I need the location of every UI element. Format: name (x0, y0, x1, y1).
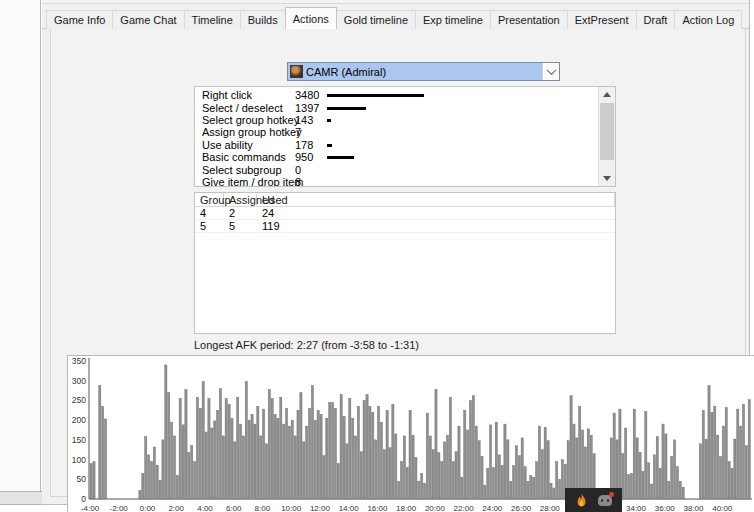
tab-action-log[interactable]: Action Log (674, 10, 742, 29)
apm-bar (104, 419, 106, 499)
apm-bar (288, 426, 290, 499)
action-row[interactable]: Assign group hotkey7 (195, 126, 598, 138)
apm-bar (294, 436, 296, 499)
action-row[interactable]: Select / deselect1397 (195, 101, 598, 113)
action-row[interactable]: Select subgroup0 (195, 163, 598, 175)
apm-bar (274, 414, 276, 499)
action-row[interactable]: Select group hotkey143 (195, 114, 598, 126)
apm-bar (570, 396, 572, 499)
action-row[interactable]: Right click3480 (195, 89, 598, 101)
column-header-used[interactable]: Used (257, 193, 615, 206)
discord-icon[interactable] (598, 495, 612, 506)
apm-bar (481, 456, 483, 499)
tab-builds[interactable]: Builds (240, 10, 286, 29)
apm-bar (682, 487, 684, 499)
apm-bar (438, 452, 440, 499)
action-row[interactable]: Give item / drop item8 (195, 176, 598, 186)
x-tick-label: 10:00 (281, 504, 302, 512)
player-select-value[interactable]: CAMR (Admiral) (288, 63, 542, 80)
apm-bar (558, 479, 560, 499)
scroll-down-button[interactable] (599, 171, 615, 186)
apm-bar (579, 406, 581, 499)
apm-bar (742, 404, 744, 499)
replay-analyzer-window: Game InfoGame ChatTimelineBuildsActionsG… (42, 0, 750, 505)
apm-bar (665, 434, 667, 499)
apm-bar (630, 473, 632, 499)
tab-extpresent[interactable]: ExtPresent (567, 10, 637, 29)
apm-bar (386, 410, 388, 499)
apm-bar (412, 435, 414, 499)
apm-bar (139, 490, 141, 499)
apm-bar (673, 440, 675, 499)
apm-bar (340, 395, 342, 499)
x-tick-label: 6:00 (226, 504, 242, 512)
action-list-scrollbar[interactable] (598, 87, 615, 186)
apm-bar (561, 460, 563, 499)
table-cell: 24 (257, 207, 615, 219)
apm-bar (280, 397, 282, 499)
tab-game-chat[interactable]: Game Chat (112, 10, 184, 29)
apm-bar (639, 452, 641, 499)
player-select[interactable]: CAMR (Admiral) (287, 62, 560, 81)
table-row[interactable]: 4224 (195, 207, 615, 220)
x-tick-label: 8:00 (255, 504, 271, 512)
apm-bar (745, 446, 747, 499)
action-row[interactable]: Basic commands950 (195, 151, 598, 163)
scrollbar-thumb[interactable] (600, 103, 614, 160)
y-tick-label: 300 (72, 376, 86, 386)
apm-bar (366, 395, 368, 499)
tab-actions[interactable]: Actions (285, 7, 337, 29)
apm-bar (354, 436, 356, 499)
apm-bar (550, 483, 552, 499)
apm-bar (326, 418, 328, 499)
action-label: Select subgroup (195, 164, 295, 176)
tab-presentation[interactable]: Presentation (490, 10, 568, 29)
x-tick-label: 0:00 (140, 504, 156, 512)
apm-bar (392, 404, 394, 499)
apm-bar (153, 447, 155, 499)
apm-bar (225, 398, 227, 499)
tab-draft[interactable]: Draft (636, 10, 676, 29)
y-tick-label: 0 (81, 494, 86, 504)
apm-bar (435, 389, 437, 499)
apm-bar (648, 463, 650, 499)
scroll-up-button[interactable] (599, 87, 615, 102)
apm-bar (182, 425, 184, 499)
apm-bar (211, 428, 213, 499)
tab-timeline[interactable]: Timeline (184, 10, 241, 29)
action-row[interactable]: Use ability178 (195, 139, 598, 151)
apm-bar (441, 462, 443, 499)
player-select-dropdown-button[interactable] (542, 63, 559, 80)
y-tick-label: 100 (72, 455, 86, 465)
apm-bar (168, 393, 170, 499)
apm-bar (398, 481, 400, 499)
apm-bar (518, 456, 520, 499)
tab-gold-timeline[interactable]: Gold timeline (336, 10, 416, 29)
apm-bar (619, 409, 621, 499)
table-row[interactable]: 55119 (195, 220, 615, 233)
apm-bar (145, 437, 147, 499)
table-cell: 4 (195, 207, 224, 219)
apm-bar (478, 441, 480, 499)
y-tick-label: 200 (72, 415, 86, 425)
apm-bar (314, 420, 316, 499)
apm-bar (93, 462, 95, 499)
x-tick-label: 22:00 (454, 504, 475, 512)
column-header-assigned[interactable]: Assigned (224, 193, 257, 206)
apm-bar (487, 468, 489, 499)
apm-bar (147, 455, 149, 499)
x-tick-label: 36:00 (655, 504, 676, 512)
action-counts-list[interactable]: Right click3480Select / deselect1397Sele… (194, 86, 616, 187)
apm-bar (662, 424, 664, 499)
control-groups-table[interactable]: GroupAssignedUsed 422455119 (194, 192, 616, 334)
flame-icon[interactable] (575, 493, 588, 508)
apm-bar (228, 404, 230, 499)
tab-exp-timeline[interactable]: Exp timeline (415, 10, 491, 29)
apm-bar (303, 442, 305, 499)
column-header-group[interactable]: Group (195, 193, 224, 206)
apm-bar (725, 408, 727, 499)
apm-bar (426, 413, 428, 499)
apm-bar (432, 450, 434, 499)
tab-game-info[interactable]: Game Info (46, 10, 113, 29)
apm-bar (102, 406, 104, 499)
